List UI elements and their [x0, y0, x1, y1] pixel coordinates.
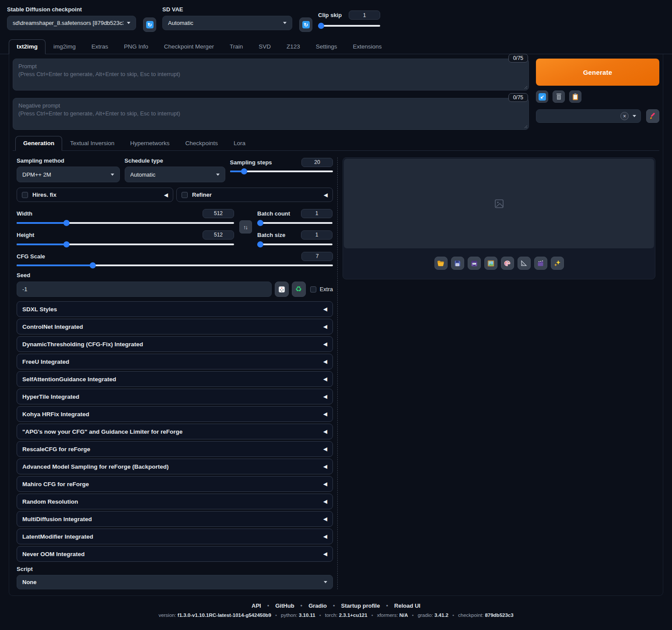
schedule-type-value: Automatic [130, 171, 213, 178]
save-image-button[interactable] [451, 257, 464, 270]
height-label: Height [17, 232, 34, 238]
send-to-svd-button[interactable] [534, 257, 547, 270]
refresh-vae-button[interactable]: ↻ [299, 17, 312, 32]
open-folder-button[interactable] [434, 257, 448, 270]
script-label: Script [17, 566, 333, 572]
checkpoint-dropdown[interactable]: sd\dreamshaper_8.safetensors [879db523c3… [7, 16, 136, 30]
main-tab[interactable]: Settings [308, 39, 345, 54]
accordion-header[interactable]: RescaleCFG for reForge [17, 441, 333, 457]
resize-grip[interactable] [523, 124, 527, 128]
accordion-header[interactable]: Never OOM Integrated [17, 546, 333, 562]
script-dropdown[interactable]: None [17, 575, 333, 589]
refiner-checkbox[interactable] [182, 192, 188, 198]
vae-dropdown[interactable]: Automatic [162, 16, 292, 30]
accordion-header[interactable]: FreeU Integrated [17, 354, 333, 369]
sampling-steps-slider[interactable] [230, 171, 333, 172]
accordion-header[interactable]: HyperTile Integrated [17, 389, 333, 404]
generate-button[interactable]: Generate [536, 59, 659, 86]
clear-prompt-button[interactable] [553, 90, 565, 103]
output-panel [343, 157, 655, 279]
footer-link[interactable]: Startup profile [327, 602, 380, 609]
random-seed-button[interactable] [275, 282, 289, 297]
accordion-header[interactable]: Kohya HRFix Integrated [17, 406, 333, 422]
clip-skip-slider[interactable] [318, 25, 380, 27]
paintbrush-icon [649, 113, 656, 120]
cfg-scale-slider[interactable] [17, 265, 333, 266]
footer-link[interactable]: API [252, 602, 261, 609]
accordion-header[interactable]: Mahiro CFG for reForge [17, 476, 333, 492]
clip-skip-value[interactable]: 1 [349, 10, 380, 20]
collapse-arrow-icon [323, 324, 327, 330]
resize-grip[interactable] [523, 85, 527, 89]
width-value[interactable]: 512 [203, 209, 234, 218]
accordion-header[interactable]: LatentModifier Integrated [17, 529, 333, 544]
slider-thumb[interactable] [257, 220, 263, 226]
main-tab[interactable]: SVD [251, 39, 279, 54]
accordion-header[interactable]: SDXL Styles [17, 301, 333, 317]
paste-params-button[interactable]: ↙ [536, 90, 548, 103]
height-slider[interactable] [17, 244, 234, 245]
sub-tab[interactable]: Checkpoints [178, 136, 226, 151]
width-slider[interactable] [17, 222, 234, 224]
hires-fix-toggle[interactable]: Hires. fix [17, 188, 173, 202]
sampling-steps-value[interactable]: 20 [301, 158, 333, 167]
sub-tab[interactable]: Generation [15, 136, 62, 151]
save-zip-button[interactable] [468, 257, 481, 270]
extra-seed-checkbox[interactable] [310, 286, 316, 292]
accordion-header[interactable]: "APG's now your CFG" and Guidance Limite… [17, 424, 333, 439]
footer-link[interactable]: Gradio [294, 602, 327, 609]
accordion-header[interactable]: Random Resolution [17, 494, 333, 509]
slider-thumb[interactable] [257, 241, 263, 247]
main-tab[interactable]: Extras [84, 39, 116, 54]
main-tab[interactable]: Train [222, 39, 251, 54]
reuse-seed-button[interactable]: ♻ [292, 282, 306, 297]
apply-styles-button[interactable] [569, 90, 581, 103]
clear-x-icon[interactable]: × [620, 112, 629, 120]
main-tab[interactable]: img2img [46, 39, 84, 54]
accordion-header[interactable]: SelfAttentionGuidance Integrated [17, 371, 333, 387]
footer-link[interactable]: GitHub [261, 602, 294, 609]
refiner-toggle[interactable]: Refiner [176, 188, 333, 202]
main-tab[interactable]: txt2img [9, 39, 46, 54]
negative-prompt-input[interactable]: Negative prompt (Press Ctrl+Enter to gen… [13, 98, 529, 130]
checkpoint-value: sd\dreamshaper_8.safetensors [879db523c3… [13, 20, 123, 26]
slider-thumb[interactable] [63, 220, 70, 226]
prompt-input[interactable]: Prompt (Press Ctrl+Enter to generate, Al… [13, 59, 529, 90]
accordion-header[interactable]: Advanced Model Sampling for reForge (Bac… [17, 459, 333, 474]
accordion-header[interactable]: MultiDiffusion Integrated [17, 511, 333, 527]
main-tab[interactable]: Checkpoint Merger [156, 39, 222, 54]
batch-count-slider[interactable] [257, 222, 332, 224]
batch-size-value[interactable]: 1 [301, 230, 332, 240]
footer-link[interactable]: Reload UI [380, 602, 420, 609]
seed-input[interactable]: -1 [17, 282, 272, 297]
slider-thumb[interactable] [63, 241, 70, 247]
send-to-extras-button[interactable] [518, 257, 531, 270]
cfg-scale-value[interactable]: 7 [301, 252, 333, 261]
sub-tab[interactable]: Hypernetworks [122, 136, 178, 151]
batch-count-value[interactable]: 1 [301, 209, 332, 218]
sub-tab[interactable]: Lora [226, 136, 253, 151]
slider-thumb[interactable] [90, 262, 96, 268]
send-to-img2img-button[interactable] [484, 257, 497, 270]
result-preview[interactable] [344, 159, 654, 248]
schedule-type-dropdown[interactable]: Automatic [125, 167, 225, 182]
upscale-button[interactable] [551, 257, 564, 270]
slider-thumb[interactable] [318, 23, 324, 29]
sub-tab[interactable]: Textual Inversion [62, 136, 122, 151]
height-value[interactable]: 512 [203, 230, 234, 240]
accordion-header[interactable]: ControlNet Integrated [17, 319, 333, 334]
main-tab[interactable]: PNG Info [116, 39, 156, 54]
sampling-method-dropdown[interactable]: DPM++ 2M [17, 167, 120, 182]
main-tab[interactable]: Extensions [345, 39, 389, 54]
send-to-inpaint-button[interactable] [501, 257, 514, 270]
accordion-header[interactable]: DynamicThresholding (CFG-Fix) Integrated [17, 336, 333, 352]
hires-fix-checkbox[interactable] [22, 192, 28, 198]
edit-styles-button[interactable] [646, 109, 659, 123]
batch-size-slider[interactable] [257, 244, 332, 245]
slider-thumb[interactable] [241, 168, 247, 174]
refresh-checkpoint-button[interactable]: ↻ [143, 17, 156, 32]
styles-dropdown[interactable]: × [536, 109, 641, 123]
collapse-arrow-icon [323, 446, 327, 452]
main-tab[interactable]: Z123 [279, 39, 308, 54]
swap-dimensions-button[interactable]: ↑↓ [239, 220, 252, 233]
